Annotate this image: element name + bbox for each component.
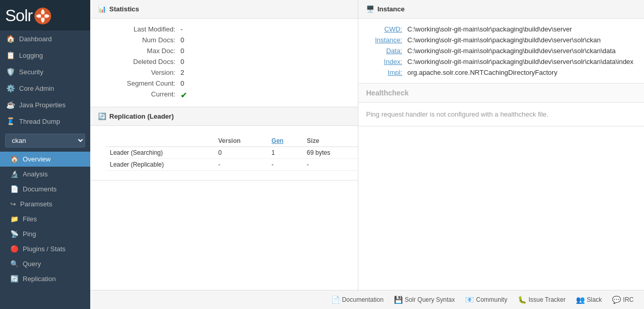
core-selector-container: ckan: [0, 129, 90, 152]
cell-replicable-version: -: [214, 159, 267, 171]
java-properties-icon: ☕: [6, 101, 15, 109]
replication-title: Replication (Leader): [109, 112, 174, 120]
replication-header-row: Version Gen Size: [106, 135, 358, 147]
core-nav-analysis[interactable]: 🔬 Analysis: [0, 167, 90, 182]
stat-deleted-docs-value: 0: [180, 58, 184, 66]
footer-documentation[interactable]: 📄 Documentation: [331, 296, 384, 304]
col-gen[interactable]: Gen: [268, 135, 303, 147]
security-icon: 🛡️: [6, 68, 15, 76]
cell-searching-version: 0: [214, 147, 267, 159]
sidebar-item-logging[interactable]: 📋 Logging: [0, 47, 90, 63]
core-nav-replication[interactable]: 🔄 Replication: [0, 271, 90, 286]
footer-issue-tracker[interactable]: 🐛 Issue Tracker: [518, 296, 566, 304]
core-nav-query[interactable]: 🔍 Query: [0, 256, 90, 271]
replication-section: 🔄 Replication (Leader) Version Gen Size: [90, 107, 358, 181]
sidebar-item-logging-label: Logging: [19, 52, 43, 59]
replication-table: Version Gen Size Leader (Searching) 0 1: [106, 135, 358, 171]
query-icon: 🔍: [10, 260, 19, 268]
dashboard-icon: 🏠: [6, 35, 15, 43]
instance-index-label[interactable]: Index:: [366, 58, 407, 66]
healthcheck-message: Ping request handler is not configured w…: [358, 103, 644, 126]
instance-index: Index: C:\working\solr-git-main\solr\pac…: [366, 56, 636, 67]
core-nav-paramsets-label: Paramsets: [20, 200, 52, 208]
core-nav-files[interactable]: 📁 Files: [0, 212, 90, 226]
core-nav-plugins-stats[interactable]: 🔴 Plugins / Stats: [0, 241, 90, 256]
sidebar-item-core-admin[interactable]: ⚙️ Core Admin: [0, 80, 90, 96]
cell-searching-size: 69 bytes: [303, 147, 358, 159]
core-nav-plugins-stats-label: Plugins / Stats: [23, 245, 65, 253]
stat-last-modified-label: Last Modified:: [98, 25, 180, 33]
statistics-title: Statistics: [109, 5, 139, 13]
instance-impl-value: org.apache.solr.core.NRTCachingDirectory…: [407, 69, 636, 76]
stat-max-doc-label: Max Doc:: [98, 47, 180, 55]
logo-area: Solr: [0, 0, 90, 30]
ping-icon: 📡: [10, 230, 19, 238]
sidebar-item-dashboard[interactable]: 🏠 Dashboard: [0, 30, 90, 47]
instance-title: Instance: [377, 5, 405, 13]
documents-icon: 📄: [10, 185, 19, 193]
footer-irc[interactable]: 💬 IRC: [612, 296, 634, 304]
instance-table: CWD: C:\working\solr-git-main\solr\packa…: [358, 19, 644, 83]
stat-max-doc-value: 0: [180, 47, 184, 55]
col-version: Version: [214, 135, 267, 147]
core-select[interactable]: ckan: [5, 134, 85, 148]
documentation-icon: 📄: [331, 296, 340, 304]
instance-cwd-label[interactable]: CWD:: [366, 25, 407, 33]
sidebar-item-security-label: Security: [19, 68, 43, 76]
sidebar-item-java-properties[interactable]: ☕ Java Properties: [0, 96, 90, 113]
instance-instance-label[interactable]: Instance:: [366, 36, 407, 44]
stat-segment-count-label: Segment Count:: [98, 79, 180, 87]
stat-deleted-docs-label: Deleted Docs:: [98, 58, 180, 66]
issue-tracker-icon: 🐛: [518, 296, 526, 304]
analysis-icon: 🔬: [10, 170, 19, 178]
footer-slack[interactable]: 👥 Slack: [576, 296, 602, 304]
footer-community-label: Community: [476, 296, 507, 303]
svg-point-1: [41, 14, 44, 18]
instance-header: 🖥️ Instance: [358, 0, 644, 19]
files-icon: 📁: [10, 215, 19, 223]
instance-data-label[interactable]: Data:: [366, 47, 407, 55]
footer-community[interactable]: 📧 Community: [465, 296, 507, 304]
instance-impl-label[interactable]: Impl:: [366, 69, 407, 76]
community-icon: 📧: [465, 296, 474, 304]
healthcheck-section: Healthcheck Ping request handler is not …: [358, 84, 644, 126]
stat-version-value: 2: [180, 69, 184, 76]
sidebar-item-security[interactable]: 🛡️ Security: [0, 63, 90, 80]
core-nav-ping-label: Ping: [23, 230, 36, 238]
core-nav-documents[interactable]: 📄 Documents: [0, 182, 90, 197]
replication-nav-icon: 🔄: [10, 275, 19, 283]
sidebar-item-thread-dump[interactable]: 🧵 Thread Dump: [0, 113, 90, 129]
instance-section: 🖥️ Instance CWD: C:\working\solr-git-mai…: [358, 0, 644, 84]
core-nav-ping[interactable]: 📡 Ping: [0, 226, 90, 241]
replication-section-icon: 🔄: [98, 112, 106, 120]
logo-text: Solr: [5, 6, 32, 25]
right-panel: 🖥️ Instance CWD: C:\working\solr-git-mai…: [358, 0, 644, 290]
cell-replicable-size: -: [303, 159, 358, 171]
footer-solr-query-syntax-label: Solr Query Syntax: [405, 296, 455, 303]
instance-instance-value: C:\working\solr-git-main\solr\packaging\…: [407, 36, 636, 44]
replication-header: 🔄 Replication (Leader): [90, 107, 358, 126]
stat-last-modified: Last Modified: -: [98, 24, 350, 35]
core-nav-overview[interactable]: 🏠 Overview: [0, 152, 90, 167]
core-nav-files-label: Files: [23, 215, 37, 223]
cell-replicable-gen: -: [268, 159, 303, 171]
slack-icon: 👥: [576, 296, 585, 304]
stat-num-docs: Num Docs: 0: [98, 35, 350, 45]
footer-solr-query-syntax[interactable]: 💾 Solr Query Syntax: [394, 296, 455, 304]
sidebar: Solr 🏠 Dashboard 📋 Logging 🛡️: [0, 0, 90, 309]
core-nav-paramsets[interactable]: ↪ Paramsets: [0, 197, 90, 212]
instance-cwd: CWD: C:\working\solr-git-main\solr\packa…: [366, 24, 636, 35]
footer-documentation-label: Documentation: [342, 296, 384, 303]
sidebar-item-java-properties-label: Java Properties: [19, 101, 65, 109]
stat-current-label: Current:: [98, 90, 180, 100]
stat-current-value: ✔: [180, 90, 187, 100]
footer: 📄 Documentation 💾 Solr Query Syntax 📧 Co…: [90, 290, 644, 309]
statistics-icon: 📊: [98, 5, 106, 13]
footer-issue-tracker-label: Issue Tracker: [529, 296, 566, 303]
irc-icon: 💬: [612, 296, 621, 304]
content-area: 📊 Statistics Last Modified: - Num Docs: …: [90, 0, 644, 290]
solr-query-syntax-icon: 💾: [394, 296, 403, 304]
col-size: Size: [303, 135, 358, 147]
statistics-header: 📊 Statistics: [90, 0, 358, 19]
stat-last-modified-value: -: [180, 25, 183, 33]
